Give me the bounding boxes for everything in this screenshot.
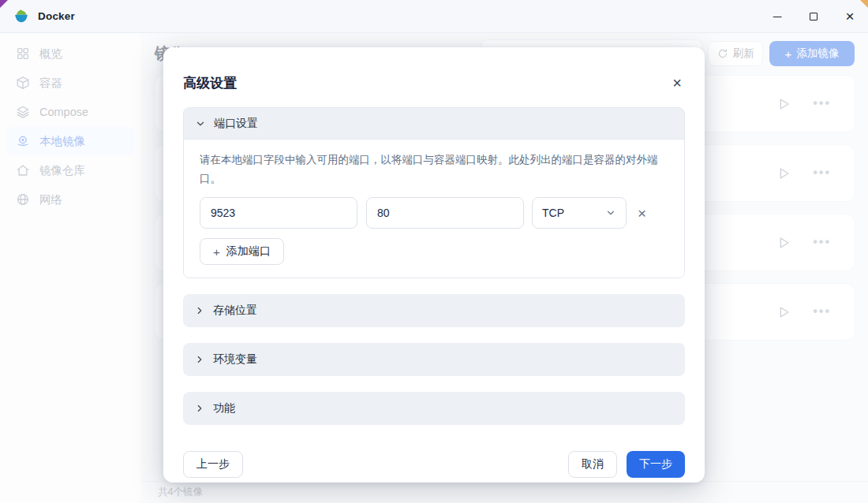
dialog-footer: 上一步 取消 下一步 xyxy=(183,451,685,478)
dialog-title: 高级设置 xyxy=(183,74,237,92)
add-port-button[interactable]: + 添加端口 xyxy=(200,238,284,265)
app-window: Docker ─ × 概览 容器 Compose 本地镜像 镜像仓库 xyxy=(0,0,868,503)
add-port-label: 添加端口 xyxy=(226,244,271,259)
local-port-input[interactable] xyxy=(200,197,357,229)
minimize-button[interactable]: ─ xyxy=(759,0,795,33)
cancel-button[interactable]: 取消 xyxy=(568,451,617,478)
chevron-right-icon xyxy=(194,403,205,414)
section-features-header[interactable]: 功能 xyxy=(183,392,685,425)
chevron-right-icon xyxy=(194,305,205,316)
section-label: 存储位置 xyxy=(213,304,257,318)
chevron-right-icon xyxy=(194,354,205,365)
maximize-icon xyxy=(810,13,817,20)
section-port-settings-header[interactable]: 端口设置 xyxy=(184,108,684,140)
close-window-icon: × xyxy=(845,9,854,24)
container-port-input[interactable] xyxy=(366,197,524,229)
advanced-settings-dialog: 高级设置 × 端口设置 请在本地端口字段中输入可用的端口，以将端口与容器端口映射… xyxy=(163,47,705,483)
protocol-value: TCP xyxy=(542,207,564,219)
chevron-down-icon xyxy=(605,207,616,218)
remove-icon: × xyxy=(638,205,646,222)
close-icon: × xyxy=(672,74,682,91)
minimize-icon: ─ xyxy=(773,9,782,23)
maximize-button[interactable] xyxy=(795,0,832,33)
section-storage-location: 存储位置 xyxy=(183,294,685,327)
previous-step-button[interactable]: 上一步 xyxy=(183,451,243,478)
section-label: 端口设置 xyxy=(214,117,258,131)
dialog-close-button[interactable]: × xyxy=(669,72,685,94)
next-step-button[interactable]: 下一步 xyxy=(627,451,685,478)
port-settings-description: 请在本地端口字段中输入可用的端口，以将端口与容器端口映射。此处列出的端口是容器的… xyxy=(200,151,668,188)
app-title: Docker xyxy=(38,10,75,22)
section-port-settings: 端口设置 请在本地端口字段中输入可用的端口，以将端口与容器端口映射。此处列出的端… xyxy=(183,107,685,278)
section-environment-variables: 环境变量 xyxy=(183,343,685,376)
section-label: 功能 xyxy=(213,401,235,415)
app-logo-icon xyxy=(13,8,30,25)
titlebar: Docker ─ × xyxy=(0,0,868,33)
window-controls: ─ × xyxy=(759,0,868,33)
remove-port-button[interactable]: × xyxy=(638,206,646,221)
app-identity: Docker xyxy=(0,8,75,25)
plus-icon: + xyxy=(213,245,220,259)
section-features: 功能 xyxy=(183,392,685,425)
section-storage-location-header[interactable]: 存储位置 xyxy=(183,294,685,327)
protocol-select[interactable]: TCP xyxy=(532,197,627,229)
port-mapping-row: TCP × xyxy=(200,197,668,229)
port-settings-body: 请在本地端口字段中输入可用的端口，以将端口与容器端口映射。此处列出的端口是容器的… xyxy=(184,140,684,278)
close-window-button[interactable]: × xyxy=(832,0,868,33)
section-label: 环境变量 xyxy=(213,352,257,367)
chevron-down-icon xyxy=(195,118,206,129)
section-environment-variables-header[interactable]: 环境变量 xyxy=(183,343,685,376)
